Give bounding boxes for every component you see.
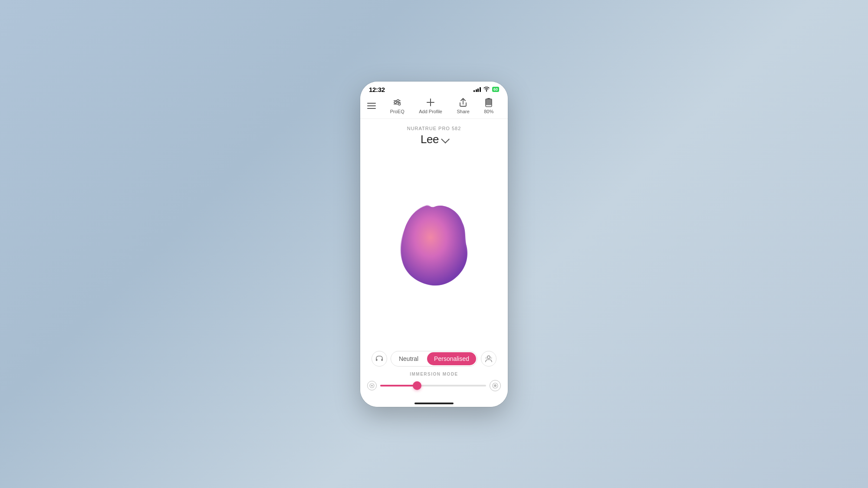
top-nav: ProEQ Add Profile (360, 96, 508, 119)
add-profile-label: Add Profile (419, 109, 442, 114)
headphone-icon (375, 355, 383, 362)
menu-button[interactable] (367, 98, 383, 114)
svg-rect-12 (381, 359, 383, 361)
controls-section: Neutral Personalised IMMERSION MODE (360, 347, 508, 397)
svg-rect-10 (487, 98, 490, 99)
profile-row: Lee (360, 133, 508, 146)
battery-icon: 60 (492, 87, 499, 92)
device-name: NURATRUE PRO 582 (360, 126, 508, 131)
immersion-max-icon (490, 380, 501, 391)
svg-rect-11 (376, 359, 378, 361)
blob-area (360, 150, 508, 347)
share-button[interactable]: Share (457, 98, 469, 114)
svg-point-4 (397, 99, 399, 102)
immersion-slider[interactable] (380, 385, 486, 386)
status-bar: 12:32 60 (360, 82, 508, 96)
svg-point-5 (398, 103, 401, 105)
immersion-label: IMMERSION MODE (367, 372, 501, 377)
headphone-button[interactable] (372, 351, 387, 367)
svg-point-13 (487, 356, 490, 358)
svg-point-3 (395, 101, 397, 103)
immersion-min-icon (367, 381, 377, 390)
menu-line (367, 103, 376, 104)
slider-fill (380, 385, 417, 386)
chevron-down-icon[interactable] (441, 135, 450, 144)
neutral-option[interactable]: Neutral (391, 351, 426, 366)
device-section: NURATRUE PRO 582 Lee (360, 119, 508, 150)
immersion-max-indicator (492, 383, 498, 389)
proeq-button[interactable]: ProEQ (390, 98, 404, 114)
menu-line (367, 108, 376, 109)
proeq-label: ProEQ (390, 109, 404, 114)
slider-row (367, 380, 501, 391)
immersion-min-indicator (369, 383, 375, 388)
share-label: Share (457, 109, 469, 114)
battery-nav-label: 80% (484, 109, 493, 114)
status-icons: 60 (473, 87, 499, 92)
sound-profile-blob (386, 198, 482, 298)
home-bar (414, 403, 454, 404)
svg-point-14 (486, 357, 487, 359)
person-icon (485, 355, 493, 363)
signal-icon (473, 87, 481, 92)
battery-nav-icon (484, 98, 493, 107)
home-indicator (360, 397, 508, 407)
immersion-section: IMMERSION MODE (367, 372, 501, 394)
person-button[interactable] (481, 351, 496, 367)
svg-point-15 (490, 357, 492, 359)
battery-nav-button[interactable]: 80% (484, 98, 493, 114)
add-profile-button[interactable]: Add Profile (419, 98, 442, 114)
mode-toggle-pill[interactable]: Neutral Personalised (391, 351, 477, 367)
add-profile-icon (426, 98, 435, 107)
proeq-icon (392, 98, 402, 107)
battery-level: 60 (493, 87, 498, 92)
share-icon (458, 98, 468, 107)
status-time: 12:32 (369, 86, 385, 93)
nav-actions: ProEQ Add Profile (383, 98, 501, 114)
svg-point-19 (494, 384, 496, 387)
phone-frame: 12:32 60 (360, 82, 508, 407)
profile-name: Lee (421, 133, 439, 146)
wifi-icon (483, 87, 490, 92)
mode-toggle-row: Neutral Personalised (367, 351, 501, 367)
svg-point-17 (371, 385, 373, 386)
personalised-option[interactable]: Personalised (427, 352, 476, 365)
menu-line (367, 105, 376, 106)
slider-thumb[interactable] (413, 381, 421, 390)
svg-rect-9 (486, 99, 492, 105)
